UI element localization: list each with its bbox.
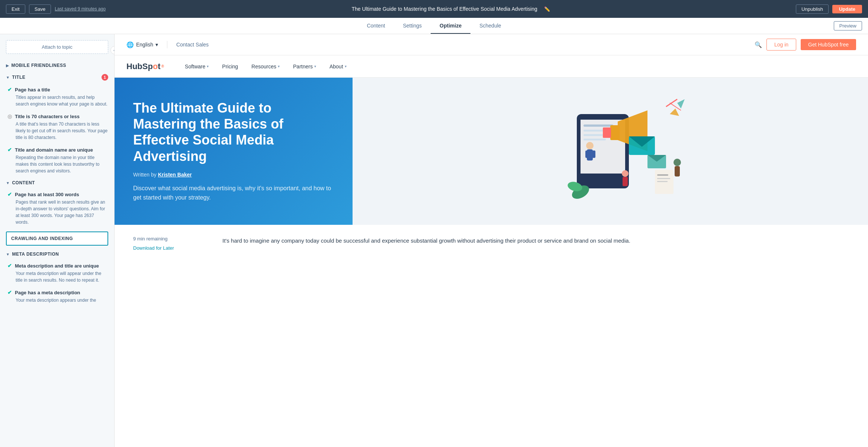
update-button[interactable]: Update bbox=[832, 5, 862, 13]
top-bar-center: The Ultimate Guide to Mastering the Basi… bbox=[351, 6, 550, 12]
top-bar-left: Exit Save Last saved 9 minutes ago bbox=[6, 4, 106, 14]
lang-dropdown-icon: ▾ bbox=[155, 42, 158, 48]
tab-optimize[interactable]: Optimize bbox=[431, 18, 470, 34]
last-saved-label[interactable]: Last saved 9 minutes ago bbox=[55, 6, 106, 12]
logo-dot: o bbox=[153, 62, 158, 71]
mobile-friendliness-label: MOBILE FRIENDLINESS bbox=[12, 63, 67, 68]
check-green-icon: ✔ bbox=[7, 87, 12, 93]
content-section-label: CONTENT bbox=[12, 180, 35, 185]
check-title-length-desc: A title that's less than 70 characters i… bbox=[16, 121, 108, 141]
tab-content[interactable]: Content bbox=[358, 18, 394, 34]
site-utility-header: 🌐 English ▾ Contact Sales 🔍 Log in Get H… bbox=[115, 34, 868, 55]
title-badge: 1 bbox=[102, 74, 108, 81]
contact-sales-link[interactable]: Contact Sales bbox=[176, 42, 209, 48]
attach-topic-button[interactable]: Attach to topic bbox=[6, 40, 108, 54]
crawling-indexing-section[interactable]: CRAWLING AND INDEXING bbox=[6, 231, 108, 246]
svg-rect-20 bbox=[585, 150, 588, 158]
nav-software-caret: ▾ bbox=[207, 64, 209, 68]
svg-point-18 bbox=[586, 142, 594, 149]
search-button[interactable]: 🔍 bbox=[755, 41, 762, 48]
meta-description-label: META DESCRIPTION bbox=[12, 252, 59, 257]
site-nav: HubSpot ® Software ▾ Pricing Resources ▾… bbox=[115, 55, 868, 78]
sidebar-collapse-button[interactable]: « bbox=[110, 46, 115, 54]
time-remaining: 9 min remaining bbox=[133, 236, 208, 242]
top-bar: Exit Save Last saved 9 minutes ago The U… bbox=[0, 0, 868, 18]
chevron-down-icon-2: ▼ bbox=[6, 181, 10, 185]
nav-item-software[interactable]: Software ▾ bbox=[179, 61, 215, 72]
nav-item-pricing[interactable]: Pricing bbox=[216, 61, 244, 72]
check-green-icon-3: ✔ bbox=[7, 191, 12, 197]
tab-settings[interactable]: Settings bbox=[394, 18, 431, 34]
check-gray-icon: ◎ bbox=[7, 113, 12, 119]
check-title-length: ◎ Title is 70 characters or less A title… bbox=[0, 110, 114, 144]
hero-left: The Ultimate Guide to Mastering the Basi… bbox=[115, 78, 353, 225]
chevron-right-icon: ▶ bbox=[6, 64, 9, 68]
edit-title-icon[interactable]: ✏️ bbox=[544, 6, 550, 12]
check-300-words-desc: Pages that rank well in search results g… bbox=[16, 199, 108, 226]
article-meta: 9 min remaining Download for Later bbox=[133, 236, 208, 251]
meta-description-section-header[interactable]: ▼ META DESCRIPTION bbox=[0, 249, 114, 260]
download-later-link[interactable]: Download for Later bbox=[133, 245, 174, 251]
svg-rect-8 bbox=[610, 125, 620, 140]
check-title-unique-label: Title and domain name are unique bbox=[15, 147, 93, 153]
svg-point-22 bbox=[622, 170, 629, 177]
chevron-down-icon-3: ▼ bbox=[6, 252, 10, 256]
check-title-unique: ✔ Title and domain name are unique Repea… bbox=[0, 144, 114, 177]
svg-rect-6 bbox=[584, 139, 606, 140]
hero-title: The Ultimate Guide to Mastering the Basi… bbox=[133, 100, 334, 164]
language-selector[interactable]: 🌐 English ▾ bbox=[126, 41, 158, 48]
editor-tabs: Content Settings Optimize Schedule Previ… bbox=[0, 18, 868, 34]
article-preview: 9 min remaining Download for Later It's … bbox=[115, 225, 868, 262]
check-green-icon-2: ✔ bbox=[7, 147, 12, 153]
content-section-header[interactable]: ▼ CONTENT bbox=[0, 177, 114, 188]
svg-rect-21 bbox=[592, 150, 595, 158]
nav-software-label: Software bbox=[185, 64, 205, 69]
title-section-header[interactable]: ▼ TITLE 1 bbox=[0, 71, 114, 84]
check-title-length-label: Title is 70 characters or less bbox=[15, 114, 80, 119]
svg-rect-17 bbox=[657, 181, 668, 182]
check-page-title-label: Page has a title bbox=[15, 87, 50, 93]
hero-illustration bbox=[532, 92, 688, 211]
svg-rect-23 bbox=[623, 177, 628, 186]
hero-right bbox=[353, 78, 868, 225]
unpublish-button[interactable]: Unpublish bbox=[796, 4, 829, 14]
exit-button[interactable]: Exit bbox=[6, 4, 25, 14]
content-area: 🌐 English ▾ Contact Sales 🔍 Log in Get H… bbox=[115, 34, 868, 262]
login-button[interactable]: Log in bbox=[766, 39, 796, 51]
tab-schedule[interactable]: Schedule bbox=[470, 18, 510, 34]
chevron-down-icon: ▼ bbox=[6, 75, 10, 80]
logo-text-end: t bbox=[158, 62, 160, 71]
nav-item-about[interactable]: About ▾ bbox=[324, 61, 353, 72]
svg-rect-3 bbox=[584, 124, 613, 127]
logo-registered: ® bbox=[161, 64, 164, 68]
hero-section: The Ultimate Guide to Mastering the Basi… bbox=[115, 78, 868, 225]
hero-author-link[interactable]: Kristen Baker bbox=[158, 172, 192, 178]
nav-about-label: About bbox=[329, 64, 343, 69]
sidebar: « Attach to topic ▶ MOBILE FRIENDLINESS … bbox=[0, 34, 115, 262]
hubspot-logo[interactable]: HubSpot ® bbox=[126, 62, 164, 71]
check-meta-unique: ✔ Meta description and title are unique … bbox=[0, 260, 114, 262]
nav-items: Software ▾ Pricing Resources ▾ Partners … bbox=[179, 61, 352, 72]
hero-author: Written by Kristen Baker bbox=[133, 172, 334, 178]
svg-rect-9 bbox=[603, 127, 611, 138]
top-bar-right: Unpublish Update bbox=[796, 4, 862, 14]
preview-button[interactable]: Preview bbox=[834, 21, 862, 30]
logo-text: HubSp bbox=[126, 62, 153, 71]
nav-item-partners[interactable]: Partners ▾ bbox=[287, 61, 322, 72]
svg-point-24 bbox=[673, 159, 681, 166]
page-title: The Ultimate Guide to Mastering the Basi… bbox=[351, 6, 537, 12]
hero-description: Discover what social media advertising i… bbox=[133, 184, 334, 203]
nav-pricing-label: Pricing bbox=[222, 64, 238, 69]
mobile-friendliness-section[interactable]: ▶ MOBILE FRIENDLINESS bbox=[0, 60, 114, 71]
nav-about-caret: ▾ bbox=[345, 64, 347, 68]
nav-item-resources[interactable]: Resources ▾ bbox=[245, 61, 286, 72]
globe-icon: 🌐 bbox=[126, 41, 134, 48]
save-button[interactable]: Save bbox=[29, 4, 51, 14]
check-300-words: ✔ Page has at least 300 words Pages that… bbox=[0, 188, 114, 229]
site-header-left: 🌐 English ▾ Contact Sales bbox=[126, 41, 209, 48]
divider bbox=[167, 41, 167, 48]
check-page-has-title: ✔ Page has a title Titles appear in sear… bbox=[0, 84, 114, 110]
get-hubspot-button[interactable]: Get HubSpot free bbox=[801, 39, 856, 50]
check-title-unique-desc: Repeating the domain name in your title … bbox=[16, 154, 108, 174]
check-page-title-desc: Titles appear in search results, and hel… bbox=[16, 94, 108, 107]
